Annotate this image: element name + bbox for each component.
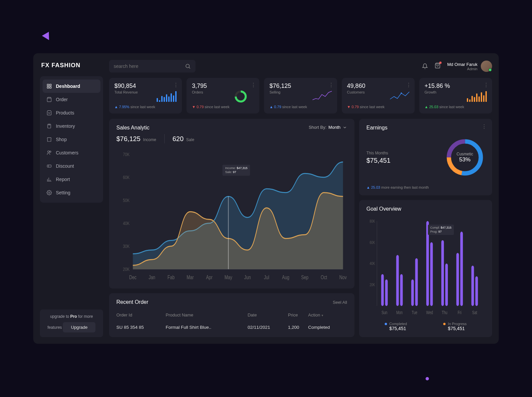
shopping-bag-icon [47,110,52,115]
sidebar-item-setting[interactable]: Setting [43,186,100,199]
svg-rect-8 [47,165,51,167]
orders-col: Date [248,310,288,320]
earnings-amount: $75,451 [366,157,390,164]
svg-rect-38 [485,91,487,102]
search-input[interactable] [114,64,180,69]
stat-card: ⋮ $90,854 Total Revenue ▲ 7.95% since la… [109,78,182,113]
svg-rect-19 [159,100,160,102]
svg-text:80K: 80K [370,219,375,223]
svg-text:Tue: Tue [412,309,417,315]
svg-rect-20 [161,96,163,102]
svg-text:50K: 50K [123,197,130,203]
income-label: Income [143,137,156,142]
stat-value: $90,854 [114,83,177,90]
earnings-card: ⋮ Earnings This Months $75,451 Cusmetic … [359,119,492,195]
user-menu[interactable]: Md Omar Faruk Admin [447,61,492,72]
stat-viz [157,90,177,102]
svg-text:Fri: Fri [458,309,462,315]
orders-col: Action▾ [308,310,347,320]
svg-text:Jul: Jul [264,274,269,280]
svg-rect-21 [164,97,165,102]
see-all-link[interactable]: Seel All [333,300,347,305]
upgrade-button[interactable]: Upgrade [63,322,95,332]
earnings-menu-icon[interactable]: ⋮ [481,123,487,130]
earnings-period: This Months [366,151,390,155]
sales-analytic-card: Sales Analytic Short By: Month $76,125In… [109,119,354,289]
earnings-donut: Cusmetic 53% [445,137,485,177]
sidebar-item-deshboard[interactable]: Deshboard [43,80,100,93]
sort-value: Month [329,125,340,130]
svg-rect-3 [47,87,49,88]
goal-tooltip: Compl: $47,315 Prog: 97 [428,225,454,235]
gear-icon [47,190,52,195]
search-box[interactable] [109,60,196,73]
more-icon[interactable]: ⋮ [173,82,178,88]
shopping-icon[interactable] [435,63,441,70]
users-icon [47,150,52,155]
svg-text:May: May [224,274,232,280]
svg-rect-22 [166,95,167,102]
svg-text:Dec: Dec [129,274,137,280]
svg-rect-74 [415,258,418,306]
svg-rect-68 [385,280,388,306]
svg-rect-70 [396,255,399,306]
svg-rect-18 [157,98,158,102]
svg-text:Thu: Thu [442,309,448,315]
bell-icon[interactable] [422,63,428,69]
sort-label: Short By: [309,125,326,130]
svg-rect-83 [460,232,463,306]
sort-by[interactable]: Short By: Month [309,125,347,130]
sidebar-item-label: Customers [56,150,78,155]
sidebar-item-customers[interactable]: Customers [43,146,100,159]
sidebar-item-products[interactable]: Products [43,106,100,119]
table-row[interactable]: SU 85 354 85Formal Full Shirt Blue..02/1… [116,320,347,331]
stat-row: ⋮ $90,854 Total Revenue ▲ 7.95% since la… [109,78,492,113]
sidebar-item-label: Products [56,110,74,115]
chevron-down-icon [342,125,347,130]
goal-legend: Completed$75,451In Progress$75,451 [366,322,485,331]
sidebar-item-inventory[interactable]: Inventory [43,119,100,133]
sidebar: FX FASHION DeshboardOrderProductsInvento… [40,60,103,337]
svg-text:40K: 40K [370,261,375,266]
orders-table: Order IdProduct NameDatePriceAction▾ SU … [116,310,347,331]
recent-orders-card: Recent Order Seel All Order IdProduct Na… [109,293,354,337]
sale-label: Sale [186,137,194,142]
stat-viz [389,90,410,102]
more-icon[interactable]: ⋮ [483,82,488,88]
more-icon[interactable]: ⋮ [329,82,333,88]
sidebar-item-label: Inventory [56,123,75,129]
bag-icon [47,97,52,102]
stat-delta: ▲ 25.03 since last week [425,105,487,109]
sidebar-item-discount[interactable]: Discount [43,159,100,173]
svg-rect-34 [476,94,477,102]
more-icon[interactable]: ⋮ [406,82,411,88]
stat-value: 49,860 [347,83,409,90]
sidebar-item-order[interactable]: Order [43,93,100,106]
stat-value: $76,125 [269,83,332,90]
clipboard-icon [47,123,52,129]
sidebar-item-shop[interactable]: Shop [43,133,100,146]
sort-icon[interactable]: ▾ [322,313,323,317]
svg-rect-33 [474,97,475,102]
svg-rect-36 [481,93,482,102]
sales-chart: Income: $47,315 Sale: 97 20K30K40K50K60K… [116,149,347,283]
upgrade-card: upgrade to Pro for more features Upgrade [40,309,103,337]
orders-col: Price [288,310,308,320]
stat-card: ⋮ 49,860 Customers ▼ 0.79 since last wee… [342,78,415,113]
svg-point-14 [49,192,50,193]
svg-rect-77 [430,242,433,306]
sidebar-item-report[interactable]: Report [43,173,100,186]
income-value: $76,125 [116,135,140,143]
more-icon[interactable]: ⋮ [251,82,255,88]
svg-rect-30 [467,98,468,102]
svg-line-16 [189,67,190,68]
sale-value: 620 [173,135,184,143]
svg-text:70K: 70K [123,151,130,157]
goal-title: Goal Overview [366,206,485,212]
legend-item: In Progress$75,451 [443,322,466,331]
svg-point-7 [50,151,51,152]
stat-viz [312,90,332,102]
chart-icon [47,177,52,182]
stat-viz [234,90,255,102]
upgrade-pro: Pro [70,314,77,319]
